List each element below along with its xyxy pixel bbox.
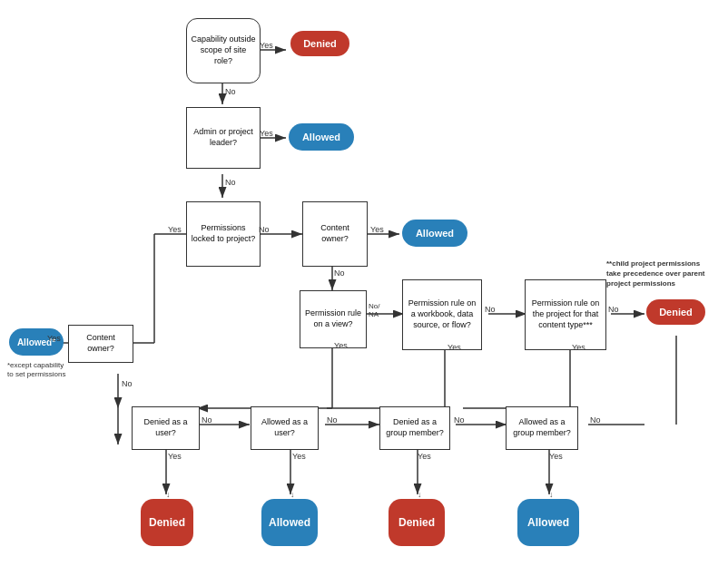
no-label-deniedgroup: No: [454, 415, 465, 425]
yes-label-denieduser: Yes: [168, 452, 182, 461]
yes-label-cap: Yes: [260, 41, 273, 50]
perm-project-node: Permission rule on the project for that …: [525, 279, 606, 350]
no-label-owner2: No: [122, 379, 133, 388]
yes-label-owner2: Yes: [47, 334, 61, 343]
allowed-group-node: Allowed as a group member?: [506, 406, 578, 450]
yes-label-admin: Yes: [260, 129, 273, 138]
no-label-owner1: No: [334, 269, 345, 278]
capability-node: Capability outside scope of site role?: [186, 18, 261, 83]
allowed-owner-badge: Allowed: [402, 220, 467, 247]
no-label-denieduser: No: [202, 415, 212, 425]
yes-label-db3: ↓: [418, 490, 422, 499]
yes-label-owner1: Yes: [370, 225, 384, 234]
denied-user-node: Denied as a user?: [132, 406, 200, 450]
no-label-alloweduser: No: [327, 415, 338, 425]
denied-bottom3-badge: Denied: [389, 499, 445, 546]
child-project-note: **child project permissions take precede…: [606, 259, 715, 289]
permlocked-node: Permissions locked to project?: [186, 201, 261, 267]
allowed-bottom2-badge: Allowed: [261, 499, 318, 546]
denied-right-badge: Denied: [646, 299, 705, 325]
yes-label-db4: ↓: [549, 490, 554, 499]
no-label-project: No: [608, 305, 619, 314]
no-label-locked: No: [259, 225, 270, 234]
admin-node: Admin or project leader?: [186, 107, 261, 169]
yes-label-db1: ↓: [166, 490, 171, 499]
yes-label-workbook: Yes: [448, 343, 461, 352]
denied-top-badge: Denied: [290, 31, 349, 56]
allowed-bottom4-badge: Allowed: [517, 499, 579, 546]
content-owner1-node: Content owner?: [302, 201, 368, 267]
no-label-workbook: No: [485, 305, 496, 314]
perm-view-node: Permission rule on a view?: [300, 290, 367, 348]
denied-bottom1-badge: Denied: [141, 499, 193, 546]
yes-label-alloweduser: Yes: [292, 452, 306, 461]
yes-label-view: Yes: [334, 341, 348, 350]
nona-label-view: No/NA: [369, 302, 379, 318]
no-label-allowedgroup: No: [590, 415, 601, 425]
yes-label-project: Yes: [572, 343, 585, 352]
yes-label-allowedgroup: Yes: [549, 452, 563, 461]
no-label-cap: No: [225, 87, 236, 96]
yes-label-db2: ↓: [290, 490, 295, 499]
perm-workbook-node: Permission rule on a workbook, data sour…: [402, 279, 482, 350]
no-label-admin: No: [225, 178, 236, 187]
except-note: *except capability to set permissions: [7, 361, 69, 380]
denied-group-node: Denied as a group member?: [379, 406, 450, 450]
yes-label-locked: Yes: [168, 225, 182, 234]
content-owner2-node: Content owner?: [68, 325, 133, 363]
allowed-admin-badge: Allowed: [289, 123, 354, 151]
yes-label-deniedgroup: Yes: [418, 452, 431, 461]
diagram-container: Capability outside scope of site role? D…: [0, 0, 728, 586]
allowed-user-node: Allowed as a user?: [251, 406, 319, 450]
